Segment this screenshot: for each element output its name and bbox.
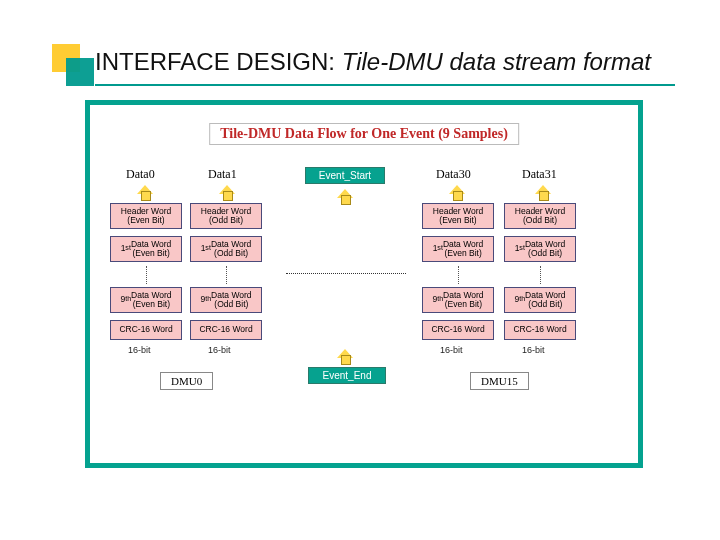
bit-label: 16-bit — [522, 345, 545, 355]
box-ninth-odd: 9th Data Word(Odd Bit) — [190, 287, 262, 313]
event-end: Event_End — [308, 367, 386, 384]
dmu0-label: DMU0 — [160, 372, 213, 390]
event-start: Event_Start — [305, 167, 385, 184]
arrow-up-icon — [450, 185, 464, 201]
arrow-up-icon — [338, 189, 352, 205]
bit-label: 16-bit — [440, 345, 463, 355]
flow-title: Tile-DMU Data Flow for One Event (9 Samp… — [209, 123, 519, 145]
diagram-inner: Tile-DMU Data Flow for One Event (9 Samp… — [90, 105, 638, 463]
col-data30: Data30 — [436, 167, 471, 182]
box-header-even: Header Word(Even Bit) — [110, 203, 182, 229]
vdots — [540, 266, 542, 284]
box-ninth-odd: 9th Data Word(Odd Bit) — [504, 287, 576, 313]
box-crc: CRC-16 Word — [190, 320, 262, 340]
col-data0: Data0 — [126, 167, 155, 182]
bit-label: 16-bit — [208, 345, 231, 355]
page-title: INTERFACE DESIGN: Tile-DMU data stream f… — [95, 48, 651, 76]
arrow-up-icon — [536, 185, 550, 201]
arrow-up-icon — [338, 349, 352, 365]
box-first-odd: 1st Data Word(Odd Bit) — [190, 236, 262, 262]
box-first-even: 1st Data Word(Even Bit) — [110, 236, 182, 262]
arrow-up-icon — [138, 185, 152, 201]
title-em: Tile-DMU data stream format — [342, 48, 651, 75]
box-header-even: Header Word(Even Bit) — [422, 203, 494, 229]
vdots — [146, 266, 148, 284]
col-data1: Data1 — [208, 167, 237, 182]
bit-label: 16-bit — [128, 345, 151, 355]
box-first-odd: 1st Data Word(Odd Bit) — [504, 236, 576, 262]
box-ninth-even: 9th Data Word(Even Bit) — [110, 287, 182, 313]
col-data31: Data31 — [522, 167, 557, 182]
title-strong: INTERFACE DESIGN: — [95, 48, 335, 75]
box-header-odd: Header Word(Odd Bit) — [504, 203, 576, 229]
box-ninth-even: 9th Data Word(Even Bit) — [422, 287, 494, 313]
dmu15-label: DMU15 — [470, 372, 529, 390]
box-crc: CRC-16 Word — [504, 320, 576, 340]
box-header-odd: Header Word(Odd Bit) — [190, 203, 262, 229]
vdots — [226, 266, 228, 284]
box-first-even: 1st Data Word(Even Bit) — [422, 236, 494, 262]
hdots — [286, 273, 406, 275]
box-crc: CRC-16 Word — [422, 320, 494, 340]
diagram-frame: Tile-DMU Data Flow for One Event (9 Samp… — [85, 100, 643, 468]
accent-decor — [52, 44, 80, 72]
title-rule — [95, 84, 675, 86]
arrow-up-icon — [220, 185, 234, 201]
vdots — [458, 266, 460, 284]
box-crc: CRC-16 Word — [110, 320, 182, 340]
